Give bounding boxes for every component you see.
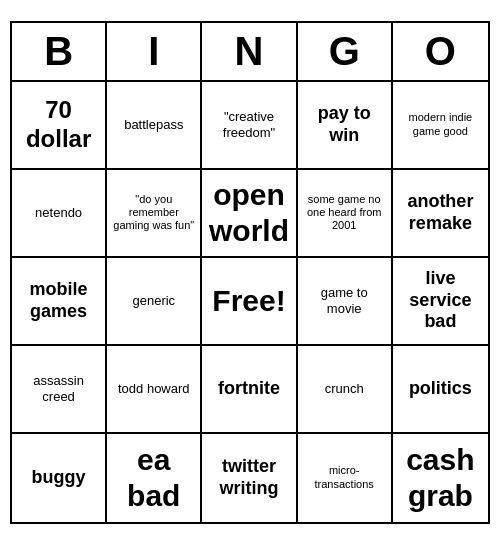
cell-text: pay to win: [302, 103, 387, 146]
cell-text: netendo: [35, 205, 82, 221]
cell-text: politics: [409, 378, 472, 400]
cell-text: twitter writing: [206, 456, 291, 499]
bingo-letter: G: [298, 23, 393, 80]
bingo-cell: twitter writing: [202, 434, 297, 522]
bingo-cell: some game no one heard from 2001: [298, 170, 393, 258]
bingo-cell: generic: [107, 258, 202, 346]
cell-text: mobile games: [16, 279, 101, 322]
bingo-cell: todd howard: [107, 346, 202, 434]
bingo-cell: another remake: [393, 170, 488, 258]
bingo-cell: politics: [393, 346, 488, 434]
bingo-cell: 70 dollar: [12, 82, 107, 170]
cell-text: crunch: [325, 381, 364, 397]
bingo-cell: game to movie: [298, 258, 393, 346]
bingo-cell: live service bad: [393, 258, 488, 346]
bingo-cell: battlepass: [107, 82, 202, 170]
cell-text: game to movie: [302, 285, 387, 316]
cell-text: modern indie game good: [397, 111, 484, 137]
bingo-cell: open world: [202, 170, 297, 258]
bingo-card: BINGO 70 dollarbattlepass"creative freed…: [10, 21, 490, 524]
cell-text: another remake: [397, 191, 484, 234]
cell-text: 70 dollar: [16, 96, 101, 154]
cell-text: generic: [132, 293, 175, 309]
bingo-letter: B: [12, 23, 107, 80]
bingo-cell: Free!: [202, 258, 297, 346]
bingo-cell: micro-transactions: [298, 434, 393, 522]
cell-text: some game no one heard from 2001: [302, 193, 387, 233]
bingo-letter: I: [107, 23, 202, 80]
bingo-header: BINGO: [12, 23, 488, 82]
bingo-cell: cash grab: [393, 434, 488, 522]
bingo-cell: buggy: [12, 434, 107, 522]
cell-text: "creative freedom": [206, 109, 291, 140]
bingo-cell: fortnite: [202, 346, 297, 434]
cell-text: Free!: [212, 283, 285, 319]
bingo-cell: "creative freedom": [202, 82, 297, 170]
cell-text: cash grab: [397, 442, 484, 514]
bingo-letter: O: [393, 23, 488, 80]
cell-text: buggy: [32, 467, 86, 489]
cell-text: battlepass: [124, 117, 183, 133]
cell-text: "do you remember gaming was fun": [111, 193, 196, 233]
cell-text: fortnite: [218, 378, 280, 400]
bingo-grid: 70 dollarbattlepass"creative freedom"pay…: [12, 82, 488, 522]
bingo-cell: "do you remember gaming was fun": [107, 170, 202, 258]
cell-text: ea bad: [111, 442, 196, 514]
cell-text: assassin creed: [16, 373, 101, 404]
cell-text: todd howard: [118, 381, 190, 397]
cell-text: open world: [206, 177, 291, 249]
bingo-cell: modern indie game good: [393, 82, 488, 170]
bingo-letter: N: [202, 23, 297, 80]
cell-text: live service bad: [397, 268, 484, 333]
bingo-cell: mobile games: [12, 258, 107, 346]
bingo-cell: ea bad: [107, 434, 202, 522]
bingo-cell: crunch: [298, 346, 393, 434]
bingo-cell: netendo: [12, 170, 107, 258]
bingo-cell: assassin creed: [12, 346, 107, 434]
bingo-cell: pay to win: [298, 82, 393, 170]
cell-text: micro-transactions: [302, 464, 387, 490]
